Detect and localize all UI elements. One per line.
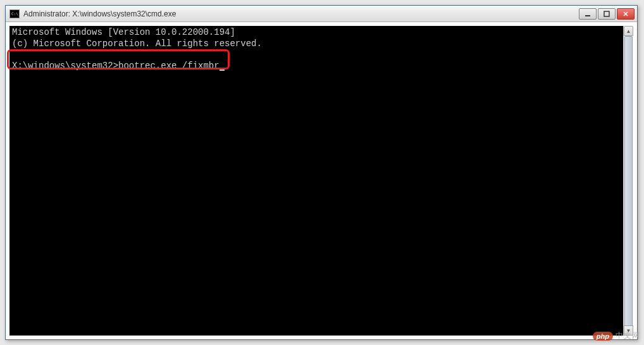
svg-rect-1 <box>604 11 609 16</box>
minimize-button[interactable] <box>579 8 597 20</box>
vertical-scrollbar[interactable]: ▲ ▼ <box>623 26 633 336</box>
scroll-thumb[interactable] <box>624 36 633 327</box>
terminal-prompt: X:\windows\system32> <box>12 61 118 71</box>
close-icon <box>622 11 629 17</box>
close-button[interactable] <box>617 8 635 20</box>
svg-rect-0 <box>585 15 590 16</box>
terminal-cursor <box>220 70 225 71</box>
watermark-badge: php <box>593 332 613 341</box>
maximize-button[interactable] <box>598 8 616 20</box>
cmd-window: Administrator: X:\windows\system32\cmd.e… <box>5 5 638 340</box>
minimize-icon <box>585 11 591 17</box>
maximize-icon <box>604 11 610 17</box>
window-title: Administrator: X:\windows\system32\cmd.e… <box>23 9 579 18</box>
terminal-line-1: Microsoft Windows [Version 10.0.22000.19… <box>12 27 235 37</box>
watermark-text: 中文网 <box>616 330 640 341</box>
titlebar[interactable]: Administrator: X:\windows\system32\cmd.e… <box>6 6 637 22</box>
terminal-command: bootrec.exe /fixmbr <box>118 61 220 71</box>
watermark: php 中文网 <box>593 330 640 341</box>
terminal-line-2: (c) Microsoft Corporation. All rights re… <box>12 39 262 49</box>
terminal[interactable]: Microsoft Windows [Version 10.0.22000.19… <box>9 26 623 336</box>
window-controls <box>579 8 637 20</box>
chevron-up-icon: ▲ <box>626 28 631 34</box>
scroll-up-button[interactable]: ▲ <box>624 26 633 36</box>
content-area: Microsoft Windows [Version 10.0.22000.19… <box>6 22 637 339</box>
cmd-icon <box>9 9 20 18</box>
